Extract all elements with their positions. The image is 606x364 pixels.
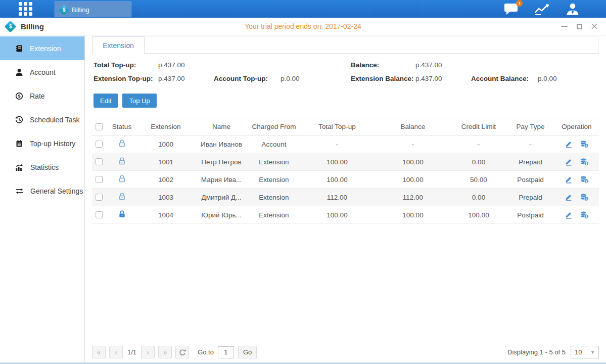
ledger-icon [15,140,23,148]
extension-balance-value: p.437.00 [415,75,471,82]
row-checkbox[interactable] [96,141,103,148]
svg-text:$: $ [585,144,587,148]
cell-credit-limit: 100.00 [451,206,506,224]
row-checkbox[interactable] [96,211,103,218]
sidebar-item-label: Rate [30,92,45,100]
top-up-coins-icon[interactable]: $ [580,158,589,166]
account-topup-label: Account Top-up: [214,75,281,82]
table-row: 1003 Дмитрий Д... Extension 112.00 112.0… [92,189,599,206]
account-topup-value: p.0.00 [281,75,351,82]
sidebar-item-statistics[interactable]: Statistics [0,155,84,179]
edit-pencil-icon[interactable] [565,193,573,201]
total-topup-value: p.437.00 [158,61,214,69]
col-credit-limit: Credit Limit [451,118,506,135]
sliders-icon [15,187,24,195]
col-operation: Operation [554,118,599,135]
tab-extension[interactable]: Extension [92,36,145,54]
sidebar-item-label: Statistics [30,163,59,171]
sidebar-item-extension[interactable]: Extension [0,36,84,60]
col-extension: Extension [137,118,194,135]
table-row: 1004 Юрий Юрь... Extension 100.00 100.00… [92,206,599,224]
clock-history-icon [15,116,23,124]
app-grid-icon[interactable] [19,2,32,16]
svg-text:$: $ [585,197,587,201]
edit-pencil-icon[interactable] [565,140,573,148]
lock-closed-icon [118,210,126,218]
top-up-coins-icon[interactable]: $ [580,193,589,201]
goto-page-input[interactable] [218,346,234,358]
lock-open-icon [118,157,126,165]
next-page-button[interactable]: › [141,346,155,358]
tab-strip: Extension [92,36,599,54]
user-account-icon[interactable] [566,3,580,16]
goto-label: Go to [198,348,214,356]
sidebar-item-general-settings[interactable]: General Settings [0,179,84,203]
sidebar-item-label: Account [30,68,56,76]
cell-extension: 1000 [137,135,194,153]
dollar-circle-icon: $ [15,92,23,100]
sidebar-item-rate[interactable]: $ Rate [0,84,84,108]
lock-open-icon [118,139,126,148]
cell-extension: 1002 [137,171,194,189]
messages-icon[interactable]: ! [504,3,519,15]
sidebar-item-topup-history[interactable]: Top-up History [0,131,84,155]
row-checkbox[interactable] [96,158,103,165]
sidebar-item-scheduled-task[interactable]: Scheduled Task [0,108,84,131]
extension-book-icon [15,44,23,53]
table-row: 1001 Петр Петров Extension 100.00 100.00… [92,153,599,171]
balance-summary: Total Top-up: p.437.00 Extension Top-up:… [92,61,599,82]
minimize-icon[interactable] [561,23,568,30]
maximize-icon[interactable] [576,23,583,30]
top-up-button[interactable]: Top Up [122,94,156,108]
col-status: Status [106,118,137,135]
cell-balance: 100.00 [375,153,451,171]
top-up-coins-icon[interactable]: $ [580,211,589,219]
account-balance-value: p.0.00 [538,75,599,82]
cell-total-topup: 100.00 [299,153,375,171]
cell-extension: 1004 [137,206,194,224]
main-content: Extension Total Top-up: p.437.00 Extensi… [85,35,606,362]
cell-pay-type: Prepaid [506,189,554,206]
sidebar-item-account[interactable]: Account [0,60,84,84]
cell-charged-from: Extension [249,189,299,206]
cell-total-topup: 100.00 [299,206,375,224]
cell-balance: 100.00 [375,171,451,189]
total-topup-label: Total Top-up: [94,61,158,69]
pagination-bar: « ‹ 1/1 › » Go to Go Displaying 1 - 5 of… [92,346,599,358]
account-balance-label: Account Balance: [471,75,538,82]
refresh-button[interactable] [175,346,189,358]
cell-name: Мария Ива... [194,171,249,189]
cell-credit-limit: 0.00 [451,153,506,171]
col-balance: Balance [375,118,451,135]
balance-label: Balance: [351,61,415,69]
cell-charged-from: Extension [249,206,299,224]
first-page-button[interactable]: « [92,346,106,358]
edit-pencil-icon[interactable] [565,211,573,219]
go-button[interactable]: Go [238,346,257,358]
billing-diamond-icon: $ [59,4,69,15]
lock-open-icon [118,192,126,201]
row-checkbox[interactable] [96,194,103,201]
row-checkbox[interactable] [96,176,103,183]
app-tab-billing[interactable]: $ Billing [55,2,131,17]
cell-charged-from: Extension [249,171,299,189]
cell-balance: - [375,135,451,153]
sidebar-item-label: Extension [30,44,61,53]
select-all-checkbox[interactable] [96,123,103,130]
cell-credit-limit: - [451,135,506,153]
last-page-button[interactable]: » [158,346,172,358]
edit-pencil-icon[interactable] [565,158,573,166]
close-icon[interactable] [591,23,598,30]
edit-pencil-icon[interactable] [565,175,573,184]
page-size-value: 10 [575,348,582,356]
cell-pay-type: Prepaid [506,153,554,171]
edit-button[interactable]: Edit [94,94,118,108]
statistics-chart-icon[interactable] [534,3,550,16]
displaying-text: Displaying 1 - 5 of 5 [507,348,566,356]
top-app-bar: $ Billing ! [0,0,606,18]
top-up-coins-icon[interactable]: $ [580,140,589,148]
page-size-dropdown[interactable]: 10 ▼ [571,346,599,358]
tab-label: Extension [103,41,133,50]
top-up-coins-icon[interactable]: $ [580,175,589,184]
prev-page-button[interactable]: ‹ [109,346,123,358]
